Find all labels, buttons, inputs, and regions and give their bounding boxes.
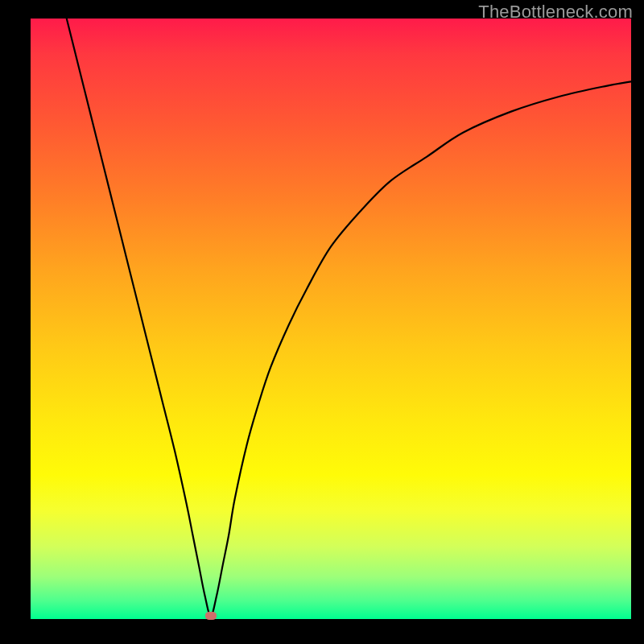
chart-frame: TheBottleneck.com — [0, 0, 644, 644]
plot-area — [31, 19, 631, 619]
bottleneck-curve — [31, 19, 631, 619]
minimum-marker — [205, 612, 217, 620]
watermark-text: TheBottleneck.com — [478, 2, 633, 23]
